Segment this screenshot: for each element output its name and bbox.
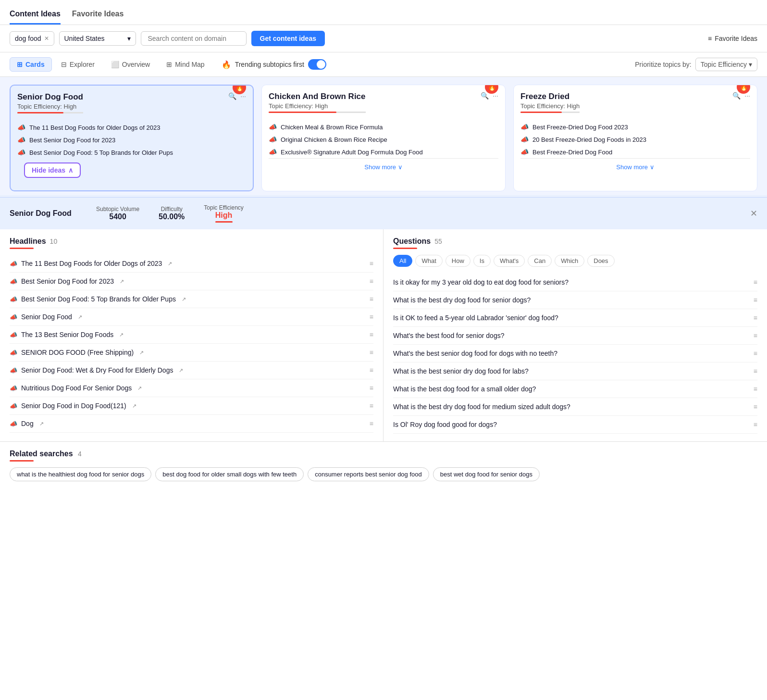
sort-icon-9[interactable]: ≡ <box>370 402 373 410</box>
question-sort-1[interactable]: ≡ <box>754 278 757 286</box>
tab-explorer[interactable]: ⊟ Explorer <box>54 57 102 72</box>
megaphone-gray-8: 📣 <box>10 385 17 392</box>
external-link-icon-8[interactable]: ↗ <box>137 385 142 391</box>
chevron-down-icon2: ▾ <box>749 61 752 68</box>
question-text-7: What is the best dog food for a small ol… <box>393 385 536 393</box>
trending-toggle-switch[interactable] <box>308 59 326 70</box>
hide-ideas-button[interactable]: Hide ideas ∧ <box>24 162 81 178</box>
chart-icon: ⬜ <box>111 61 119 68</box>
filter-whats[interactable]: What's <box>494 255 525 267</box>
card-title-3: Freeze Dried <box>520 92 580 101</box>
card-header-2: Chicken And Brown Rice Topic Efficiency:… <box>262 85 505 117</box>
bar-fill-2 <box>269 112 336 113</box>
tab-overview[interactable]: ⬜ Overview <box>104 57 157 72</box>
show-more-2[interactable]: Show more ∨ <box>269 158 498 175</box>
filter-what[interactable]: What <box>415 255 442 267</box>
filter-which[interactable]: Which <box>555 255 584 267</box>
sort-icon-5[interactable]: ≡ <box>370 331 373 338</box>
card-freeze-dried: 🔥 Freeze Dried Topic Efficiency: High 🔍 … <box>513 85 757 191</box>
external-link-icon-2[interactable]: ↗ <box>120 278 124 285</box>
sort-icon-1[interactable]: ≡ <box>370 260 373 267</box>
megaphone-icon-1-3: 📣 <box>17 149 25 156</box>
question-sort-9[interactable]: ≡ <box>754 421 757 428</box>
sort-icon-6[interactable]: ≡ <box>370 349 373 356</box>
headline-left-2: 📣 Best Senior Dog Food for 2023 ↗ <box>10 277 124 285</box>
card-chicken-brown-rice: 🔥 Chicken And Brown Rice Topic Efficienc… <box>261 85 506 191</box>
country-selector[interactable]: United States ▾ <box>59 31 136 46</box>
headline-left-7: 📣 Senior Dog Food: Wet & Dry Food for El… <box>10 366 183 374</box>
search-icon-2[interactable]: 🔍 <box>481 92 489 100</box>
sort-icon-3[interactable]: ≡ <box>370 295 373 303</box>
filter-does[interactable]: Does <box>587 255 614 267</box>
external-link-icon-10[interactable]: ↗ <box>39 421 44 427</box>
external-link-icon-7[interactable]: ↗ <box>179 367 183 374</box>
sort-icon-2[interactable]: ≡ <box>370 277 373 285</box>
question-item-8: What is the best dry dog food for medium… <box>393 398 757 416</box>
domain-search-input[interactable] <box>141 31 247 46</box>
question-sort-5[interactable]: ≡ <box>754 350 757 357</box>
get-ideas-button[interactable]: Get content ideas <box>251 31 325 46</box>
questions-title: Questions 55 <box>393 237 757 246</box>
card-item-text-3-1: Best Freeze-Dried Dog Food 2023 <box>532 124 628 131</box>
external-link-icon-4[interactable]: ↗ <box>78 314 82 320</box>
question-item-5: What's the best senior dog food for dogs… <box>393 345 757 362</box>
question-sort-7[interactable]: ≡ <box>754 385 757 393</box>
question-item-6: What is the best senior dry dog food for… <box>393 362 757 380</box>
question-item-2: What is the best dry dog food for senior… <box>393 291 757 309</box>
show-more-label-2: Show more <box>364 163 396 171</box>
filter-how[interactable]: How <box>445 255 470 267</box>
related-tag-3[interactable]: consumer reports best senior dog food <box>308 467 429 481</box>
card-efficiency-bar-1 <box>17 112 83 113</box>
related-tag-1[interactable]: what is the healthiest dog food for seni… <box>10 467 151 481</box>
tab-mindmap[interactable]: ⊞ Mind Map <box>159 57 211 72</box>
filter-all[interactable]: All <box>393 255 412 267</box>
filter-can[interactable]: Can <box>528 255 552 267</box>
questions-title-bar <box>393 248 417 249</box>
external-link-icon-3[interactable]: ↗ <box>182 296 186 302</box>
grid-icon: ⊞ <box>17 61 23 68</box>
search-tag[interactable]: dog food ✕ <box>10 31 54 46</box>
tab-cards[interactable]: ⊞ Cards <box>10 57 52 72</box>
favorite-ideas-link[interactable]: ≡ Favorite Ideas <box>708 35 757 42</box>
prioritize-label: Prioritize topics by: <box>635 61 691 68</box>
questions-label: Questions <box>393 237 431 246</box>
card-body-2: 📣 Chicken Meal & Brown Rice Formula 📣 Or… <box>262 117 505 182</box>
external-link-icon-9[interactable]: ↗ <box>132 403 136 409</box>
sort-icon-4[interactable]: ≡ <box>370 313 373 321</box>
tab-favorite-ideas[interactable]: Favorite Ideas <box>72 6 124 25</box>
external-link-icon-6[interactable]: ↗ <box>139 350 144 356</box>
question-sort-4[interactable]: ≡ <box>754 332 757 339</box>
filter-is[interactable]: Is <box>473 255 491 267</box>
topic-efficiency-dropdown[interactable]: Topic Efficiency ▾ <box>695 58 757 71</box>
question-sort-3[interactable]: ≡ <box>754 314 757 322</box>
external-link-icon-1[interactable]: ↗ <box>168 261 172 267</box>
sort-icon-10[interactable]: ≡ <box>370 420 373 427</box>
sort-icon-7[interactable]: ≡ <box>370 366 373 374</box>
question-sort-6[interactable]: ≡ <box>754 367 757 375</box>
difficulty-value: 50.00% <box>159 212 185 221</box>
card-title-area-2: Chicken And Brown Rice Topic Efficiency:… <box>269 92 366 113</box>
show-more-label-3: Show more <box>616 163 648 171</box>
card-item-1-1: 📣 The 11 Best Dog Foods for Older Dogs o… <box>17 121 246 134</box>
card-item-2-1: 📣 Chicken Meal & Brown Rice Formula <box>269 121 498 133</box>
headline-left-3: 📣 Best Senior Dog Food: 5 Top Brands for… <box>10 295 186 303</box>
question-sort-8[interactable]: ≡ <box>754 403 757 411</box>
question-sort-2[interactable]: ≡ <box>754 296 757 304</box>
trending-toggle-container: 🔥 Trending subtopics first <box>222 59 326 70</box>
sort-icon-8[interactable]: ≡ <box>370 384 373 392</box>
close-search-icon[interactable]: ✕ <box>44 35 49 42</box>
megaphone-blue-4: 📣 <box>10 313 17 321</box>
headline-text-3: Best Senior Dog Food: 5 Top Brands for O… <box>21 295 176 303</box>
show-more-3[interactable]: Show more ∨ <box>520 158 750 175</box>
external-link-icon-5[interactable]: ↗ <box>119 332 124 338</box>
headline-item-2: 📣 Best Senior Dog Food for 2023 ↗ ≡ <box>10 273 373 290</box>
megaphone-gray-9: 📣 <box>10 402 17 410</box>
search-icon-1[interactable]: 🔍 <box>228 92 236 100</box>
detail-close-button[interactable]: ✕ <box>750 208 757 219</box>
question-text-4: What's the best food for senior dogs? <box>393 332 504 339</box>
related-tag-4[interactable]: best wet dog food for senior dogs <box>433 467 540 481</box>
tab-content-ideas[interactable]: Content Ideas <box>10 6 61 25</box>
search-icon-3[interactable]: 🔍 <box>732 92 741 100</box>
headline-left-8: 📣 Nutritious Dog Food For Senior Dogs ↗ <box>10 384 142 392</box>
related-tag-2[interactable]: best dog food for older small dogs with … <box>155 467 304 481</box>
